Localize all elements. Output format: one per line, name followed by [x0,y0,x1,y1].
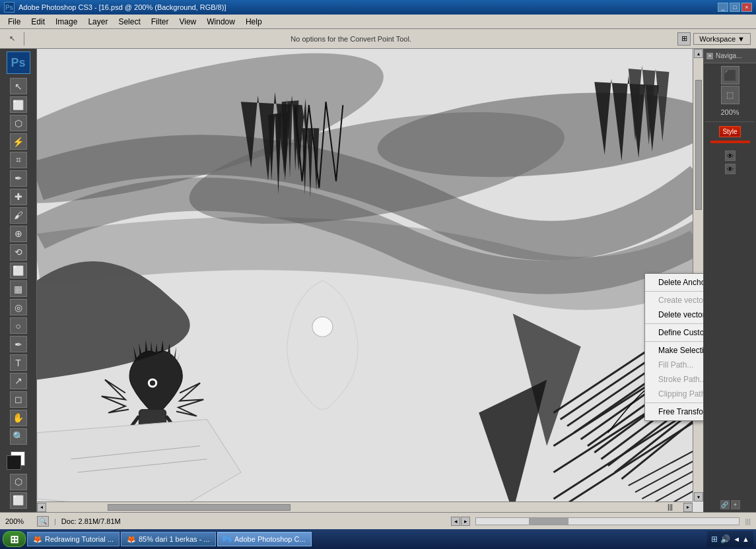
ctx-define-custom-shape[interactable]: Define Custom Shape... [645,325,703,340]
main-layout: Ps ↖ ⬜ ⬡ ⚡ ⌗ ✒ ✚ 🖌 ⊕ ⟲ ⬜ ▦ ◎ ○ ✒ T ↗ [0,49,756,512]
menu-select[interactable]: Select [113,15,145,28]
panel-close-button[interactable]: × [706,53,713,59]
scroll-left-button[interactable]: ◂ [37,503,46,512]
status-right-sep: ||| [745,517,751,525]
right-panel-header: × Naviga... [704,49,756,63]
taskbar: ⊞ 🦊 Redrawing Tutorial ... 🦊 85% dari 1 … [0,529,756,549]
tool-healing[interactable]: ✚ [10,189,27,205]
panel-icon-layers[interactable]: ⬛ [721,66,739,84]
link-icon[interactable]: 🔗 [720,500,730,509]
tool-screen-mode[interactable]: ⬜ [10,492,27,509]
tool-shape[interactable]: ◻ [10,391,27,408]
tool-lasso[interactable]: ⬡ [10,115,27,131]
options-extra-icon[interactable]: ⊞ [677,32,691,46]
ctx-make-selection[interactable]: Make Selection... [645,343,703,358]
taskbar-icon-firefox1: 🦊 [33,535,42,544]
style-button[interactable]: Style [719,126,740,137]
close-button[interactable]: × [741,3,752,12]
layer-eye-row2: 👁 [706,162,753,176]
new-icon[interactable]: + [731,500,740,509]
tool-marquee[interactable]: ⬜ [10,96,27,113]
taskbar-item-redrawing[interactable]: 🦊 Redrawing Tutorial ... [27,532,120,546]
maximize-button[interactable]: □ [730,3,740,12]
ctx-fill-path: Fill Path... [645,358,703,372]
tool-blur[interactable]: ◎ [10,299,27,315]
prev-arrow[interactable]: ◂ [451,517,460,526]
menu-help[interactable]: Help [240,15,267,28]
ps-logo-title: Ps [4,2,15,13]
zoom-percentage: 200% [5,517,32,525]
horizontal-scrollbar[interactable]: ◂ ||| ▸ [37,501,693,512]
v-scroll-thumb[interactable] [695,80,702,210]
tool-eraser[interactable]: ⬜ [10,263,27,279]
clock: ◄ ▲ [733,535,749,543]
menu-image[interactable]: Image [50,15,83,28]
manga-canvas [37,49,703,512]
scroll-marker: ||| [657,503,683,511]
scroll-right-button[interactable]: ▸ [683,503,693,512]
ctx-sep1 [645,291,703,292]
tool-quick-mask[interactable]: ⬡ [10,474,27,490]
volume-icon[interactable]: 🔊 [720,534,730,544]
taskbar-item-download[interactable]: 🦊 85% dari 1 berkas - ... [121,532,216,546]
ps-logo-toolbar[interactable]: Ps [7,51,30,74]
workspace-button[interactable]: Workspace ▼ [693,33,751,45]
tool-pen[interactable]: ✒ [10,336,27,352]
tool-type[interactable]: T [10,354,27,371]
tool-zoom[interactable]: 🔍 [10,428,27,445]
tool-crop[interactable]: ⌗ [10,152,27,168]
canvas-area[interactable]: Delete Anchor Point Create vector mask D… [37,49,703,512]
tool-dodge[interactable]: ○ [10,317,27,334]
tool-brush[interactable]: 🖌 [10,207,27,224]
eye-icon-2[interactable]: 👁 [725,164,736,174]
panel-divider [705,121,755,122]
ctx-delete-vector-mask[interactable]: Delete vector mask [645,307,703,322]
menu-edit[interactable]: Edit [26,15,50,28]
tool-path-select[interactable]: ↗ [10,373,27,389]
document-info: Doc: 2.81M/7.81M [61,517,446,525]
eye-icon-1[interactable]: 👁 [725,150,736,161]
menu-view[interactable]: View [174,15,201,28]
h-scroll-track[interactable] [46,503,657,512]
tool-quick-select[interactable]: ⚡ [10,133,27,150]
taskbar-label-redrawing: Redrawing Tutorial ... [45,535,114,543]
tool-clone[interactable]: ⊕ [10,226,27,242]
panel-icon-channels[interactable]: ⬚ [721,86,739,104]
h-scroll-thumb[interactable] [108,504,291,511]
scroll-indicator-thumb [529,518,568,525]
layers-area: 👁 👁 [704,146,756,498]
tool-eyedropper[interactable]: ✒ [10,170,27,187]
options-separator [24,32,24,46]
tool-hand[interactable]: ✋ [10,410,27,426]
bottom-icon-row: 🔗 + [720,500,740,509]
start-button[interactable]: ⊞ [3,531,26,547]
ctx-free-transform[interactable]: Free Transform Points [645,404,703,419]
h-scroll-indicator[interactable] [475,517,739,525]
windows-logo-icon: ⊞ [10,533,18,546]
svg-marker-26 [302,125,320,197]
scroll-down-button[interactable]: ▾ [694,492,703,501]
network-icon[interactable]: ⊞ [711,534,718,544]
ctx-create-vector-mask: Create vector mask [645,293,703,307]
context-menu[interactable]: Delete Anchor Point Create vector mask D… [644,273,703,421]
current-tool-icon: ↖ [5,32,18,46]
tool-history[interactable]: ⟲ [10,244,27,261]
scroll-up-button[interactable]: ▴ [694,49,703,58]
taskbar-item-photoshop[interactable]: Ps Adobe Photoshop C... [217,532,312,546]
tool-gradient[interactable]: ▦ [10,280,27,297]
ctx-clipping-path: Clipping Path... [645,387,703,401]
menu-window[interactable]: Window [201,15,240,28]
color-swatches[interactable] [7,451,30,472]
window-controls[interactable]: _ □ × [718,3,752,12]
menu-filter[interactable]: Filter [146,15,174,28]
zoom-icon[interactable]: 🔍 [37,516,49,527]
tool-move[interactable]: ↖ [10,78,27,94]
panel-icon-group: ⬛ ⬚ 200% Style [704,63,756,146]
status-bar: 200% 🔍 | Doc: 2.81M/7.81M ◂ ▸ ||| [0,512,756,529]
ctx-delete-anchor[interactable]: Delete Anchor Point [645,275,703,290]
menu-file[interactable]: File [3,15,26,28]
menu-layer[interactable]: Layer [83,15,113,28]
next-arrow[interactable]: ▸ [461,517,470,526]
ctx-sep3 [645,341,703,342]
minimize-button[interactable]: _ [718,3,728,12]
